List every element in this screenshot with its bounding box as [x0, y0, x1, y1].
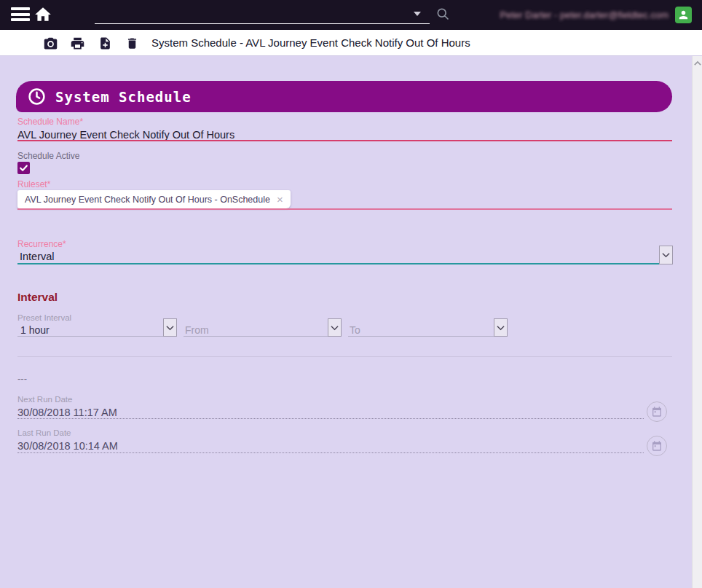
- calendar-icon: [651, 440, 663, 452]
- from-dropdown-button[interactable]: [328, 318, 342, 337]
- next-run-underline: [17, 418, 644, 419]
- ruleset-chip-label: AVL Journey Event Check Notify Out Of Ho…: [25, 195, 270, 205]
- schedule-active-checkbox[interactable]: [17, 162, 30, 174]
- required-mark: *: [47, 179, 51, 189]
- next-run-date-label: Next Run Date: [17, 395, 72, 404]
- last-run-date-value: 30/08/2018 10:14 AM: [17, 440, 118, 452]
- required-mark: *: [63, 239, 66, 249]
- toolbar: System Schedule - AVL Journey Event Chec…: [0, 30, 702, 56]
- app-window: Peter Darter - peter.darter@fieldtec.com…: [0, 0, 702, 588]
- form-header-title: System Schedule: [55, 89, 192, 105]
- last-run-calendar-button[interactable]: [647, 436, 667, 456]
- next-run-calendar-button[interactable]: [647, 401, 667, 422]
- recurrence-underline: [17, 263, 659, 264]
- dropdown-caret-icon[interactable]: [414, 12, 421, 16]
- section-divider: [17, 356, 672, 357]
- ruleset-underline: [17, 208, 672, 210]
- recurrence-label: Recurrence*: [17, 239, 66, 249]
- search-icon[interactable]: [435, 7, 450, 21]
- schedule-active-label: Schedule Active: [17, 151, 79, 161]
- last-run-date-label: Last Run Date: [17, 428, 71, 437]
- from-select-value[interactable]: From: [185, 324, 209, 336]
- user-profile-button[interactable]: [675, 7, 692, 23]
- scroll-up-icon[interactable]: [694, 60, 701, 66]
- chevron-down-icon: [662, 252, 670, 258]
- print-icon[interactable]: [68, 34, 86, 52]
- topbar-search-input[interactable]: [95, 6, 430, 24]
- add-document-icon[interactable]: [96, 34, 114, 52]
- check-icon: [19, 163, 28, 173]
- to-select-value[interactable]: To: [350, 324, 360, 336]
- last-run-underline: [17, 452, 644, 453]
- camera-icon[interactable]: [42, 34, 59, 52]
- from-underline: [184, 336, 328, 337]
- ruleset-label: Ruleset*: [17, 179, 50, 189]
- ruleset-chip[interactable]: AVL Journey Event Check Notify Out Of Ho…: [17, 190, 291, 208]
- to-dropdown-button[interactable]: [494, 318, 508, 337]
- menu-icon[interactable]: [11, 7, 30, 23]
- recurrence-select-value[interactable]: Interval: [20, 251, 55, 262]
- home-icon[interactable]: [33, 5, 52, 24]
- vertical-scrollbar[interactable]: [692, 56, 702, 588]
- person-icon: [677, 9, 690, 21]
- empty-value-text: ---: [17, 373, 27, 384]
- user-account-label: Peter Darter - peter.darter@fieldtec.com: [500, 0, 669, 30]
- topbar: Peter Darter - peter.darter@fieldtec.com: [0, 0, 702, 30]
- chevron-down-icon: [166, 325, 174, 331]
- preset-interval-label: Preset Interval: [17, 313, 71, 322]
- page-title: System Schedule - AVL Journey Event Chec…: [151, 30, 470, 56]
- chevron-down-icon: [331, 325, 339, 331]
- form-header: System Schedule: [16, 81, 672, 112]
- chevron-down-icon: [497, 325, 505, 331]
- clock-icon: [28, 87, 46, 106]
- to-underline: [348, 336, 494, 337]
- delete-icon[interactable]: [123, 34, 141, 52]
- preset-interval-dropdown-button[interactable]: [163, 318, 177, 337]
- schedule-name-underline: [17, 140, 672, 141]
- chip-close-icon[interactable]: ×: [277, 194, 283, 205]
- calendar-icon: [651, 406, 663, 418]
- next-run-date-value: 30/08/2018 11:17 AM: [17, 407, 117, 418]
- recurrence-dropdown-button[interactable]: [659, 246, 673, 264]
- preset-interval-select-value[interactable]: 1 hour: [20, 324, 50, 336]
- interval-section-heading: Interval: [17, 291, 58, 304]
- required-mark: *: [79, 117, 83, 127]
- schedule-name-input[interactable]: AVL Journey Event Check Notify Out Of Ho…: [17, 129, 234, 141]
- schedule-name-label: Schedule Name*: [17, 117, 83, 127]
- preset-interval-underline: [17, 336, 163, 337]
